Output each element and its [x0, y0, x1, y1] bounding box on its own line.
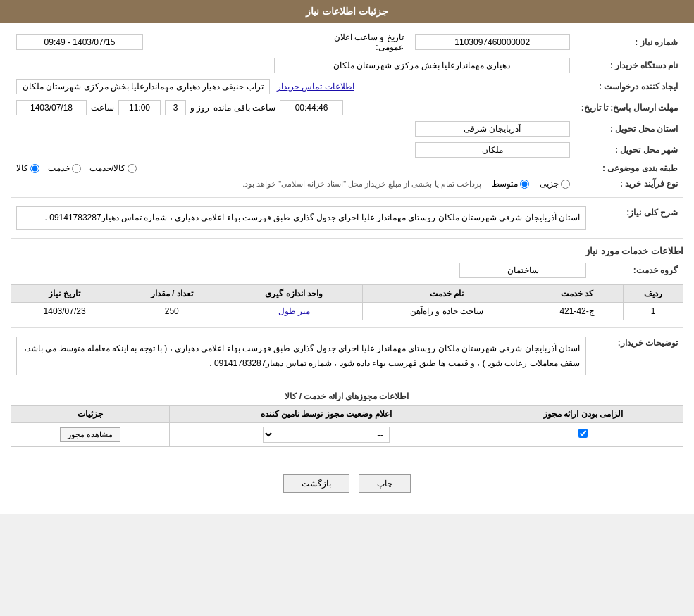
deadline-days-label: روز و — [190, 103, 209, 113]
creator-value: تراب حنیفی دهیار دهیاری مهماندارعلیا بخش… — [16, 79, 270, 94]
category-label: طبقه بندی موضوعی : — [576, 161, 683, 176]
deadline-remaining-label: ساعت باقی مانده — [213, 103, 275, 113]
deadline-time-label: ساعت — [91, 103, 114, 113]
deadline-days: 3 — [165, 100, 186, 115]
buyer-notes-label: توضیحات خریدار: — [592, 334, 683, 378]
col-unit: واحد اندازه گیری — [225, 285, 363, 303]
service-name: ساخت جاده و راه‌آهن — [363, 303, 531, 320]
deadline-time: 11:00 — [118, 100, 161, 115]
category-khidmat[interactable]: خدمت — [48, 163, 81, 173]
purchase-type-label: نوع فرآیند خرید : — [576, 176, 683, 191]
permit-row: -- مشاهده مجوز — [11, 422, 683, 446]
deadline-date: 1403/07/18 — [16, 100, 87, 115]
col-code: کد خدمت — [531, 285, 624, 303]
creator-label: ایجاد کننده درخواست : — [576, 76, 683, 97]
description-label: شرح کلی نیاز: — [592, 203, 683, 232]
buyer-notes-text: استان آذربایجان شرقی شهرستان ملکان روستا… — [16, 337, 586, 375]
permits-table: الزامی بودن ارائه مجوز اعلام وضعیت مجوز … — [11, 405, 683, 447]
announce-label: تاریخ و ساعت اعلان عمومی: — [325, 30, 409, 55]
permit-required-checkbox[interactable] — [578, 429, 588, 438]
service-row-num: 1 — [624, 303, 683, 320]
service-unit[interactable]: متر طول — [225, 303, 363, 320]
announce-value: 1403/07/15 - 09:49 — [16, 34, 143, 50]
services-table: ردیف کد خدمت نام خدمت واحد اندازه گیری ت… — [11, 284, 683, 320]
buyer-org-label: نام دستگاه خریدار : — [576, 55, 683, 76]
service-group-label: گروه خدمت: — [592, 260, 683, 281]
service-date: 1403/07/23 — [11, 303, 118, 320]
print-button[interactable]: چاپ — [359, 474, 411, 493]
service-code: ج-42-421 — [531, 303, 624, 320]
description-text: استان آذربایجان شرقی شهرستان ملکان روستا… — [16, 206, 586, 230]
purchase-type-motavasset[interactable]: متوسط — [492, 179, 529, 189]
permit-col-required: الزامی بودن ارائه مجوز — [483, 405, 683, 422]
view-permit-button[interactable]: مشاهده مجوز — [60, 427, 120, 442]
province-value: آذربایجان شرقی — [415, 121, 570, 137]
purchase-note: پرداخت تمام یا بخشی از مبلغ خریداز محل "… — [242, 180, 481, 189]
category-kala[interactable]: کالا — [16, 163, 39, 173]
col-qty: تعداد / مقدار — [118, 285, 225, 303]
deadline-remaining: 00:44:46 — [280, 100, 343, 115]
buyer-org-value: دهیاری مهماندارعلیا بخش مرکزی شهرستان مل… — [274, 58, 570, 73]
creator-contact-link[interactable]: اطلاعات تماس خریدار — [277, 82, 354, 92]
page-title: جزئیات اطلاعات نیاز — [306, 6, 388, 17]
city-label: شهر محل تحویل : — [576, 139, 683, 161]
footer-buttons: چاپ بازگشت — [11, 464, 683, 507]
purchase-type-jozei[interactable]: جزیی — [540, 179, 570, 189]
category-kala-khidmat[interactable]: کالا/خدمت — [89, 163, 137, 173]
service-qty: 250 — [118, 303, 225, 320]
permit-col-status: اعلام وضعیت مجوز توسط نامین کننده — [170, 405, 483, 422]
permits-section-title: اطلاعات مجوزهای ارائه خدمت / کالا — [11, 391, 683, 401]
service-row: 1 ج-42-421 ساخت جاده و راه‌آهن متر طول 2… — [11, 303, 683, 320]
need-number-value: 1103097460000002 — [415, 34, 570, 50]
deadline-label: مهلت ارسال پاسخ: تا تاریخ: — [576, 97, 683, 118]
col-name: نام خدمت — [363, 285, 531, 303]
page-header: جزئیات اطلاعات نیاز — [0, 0, 694, 23]
province-label: استان محل تحویل : — [576, 118, 683, 139]
col-date: تاریخ نیاز — [11, 285, 118, 303]
need-number-label: شماره نیاز : — [576, 30, 683, 55]
city-value: ملکان — [415, 142, 570, 158]
col-row: ردیف — [624, 285, 683, 303]
back-button[interactable]: بازگشت — [283, 474, 349, 493]
services-section-title: اطلاعات خدمات مورد نیاز — [11, 246, 683, 256]
permit-status-select[interactable]: -- — [263, 427, 390, 443]
service-group-value: ساختمان — [459, 263, 586, 278]
permit-col-detail: جزئیات — [11, 405, 170, 422]
